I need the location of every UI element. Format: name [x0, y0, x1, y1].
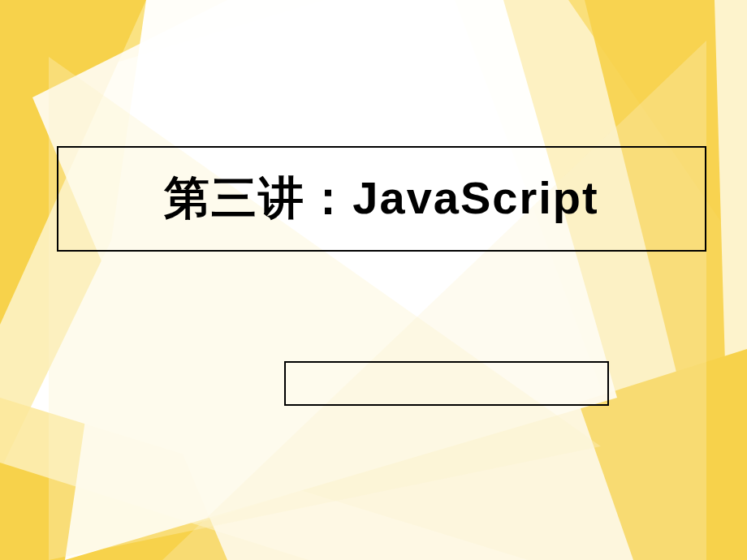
slide-container: 第三讲：JavaScript: [0, 0, 747, 560]
background-svg: [0, 0, 747, 560]
subtitle-box: [284, 361, 609, 406]
background-layer: [0, 0, 747, 560]
title-box: 第三讲：JavaScript: [57, 146, 706, 252]
slide-title: 第三讲：JavaScript: [164, 168, 598, 230]
